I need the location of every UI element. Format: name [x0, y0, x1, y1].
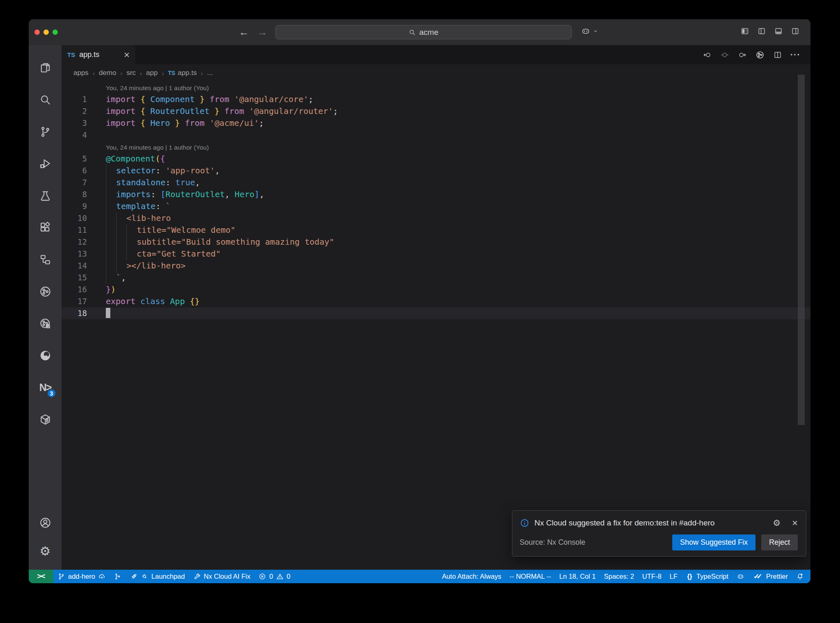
close-tab-icon[interactable]: ×	[124, 50, 130, 60]
indent-guide	[106, 224, 116, 236]
activity-item-testing[interactable]	[29, 180, 62, 211]
breadcrumb-item[interactable]: demo	[99, 69, 116, 77]
activity-item-settings[interactable]: ⚙	[29, 537, 62, 566]
nx-run-button[interactable]	[756, 50, 765, 59]
breadcrumb-item[interactable]: src	[126, 69, 136, 77]
code-lines: You, 24 minutes ago | 1 author (You)1imp…	[62, 82, 810, 319]
notification-settings-icon[interactable]: ⚙	[773, 517, 781, 529]
code-line: 5@Component({	[62, 153, 810, 165]
status-item-git-branch-publish[interactable]: add-hero	[53, 570, 110, 583]
status-item-git-graph[interactable]	[110, 570, 126, 583]
status-bar: >< add-heroLaunchpadNx Cloud AI Fix00 Au…	[29, 570, 810, 583]
activity-item-source-control[interactable]	[29, 116, 62, 148]
activity-item-nx-cloud[interactable]	[29, 307, 62, 339]
plug-icon	[141, 573, 148, 580]
breadcrumb-item[interactable]: TSapp.ts	[168, 69, 196, 77]
indent-guide	[106, 177, 116, 189]
indent-guide	[116, 248, 126, 260]
line-number: 18	[62, 307, 87, 319]
code-line: 13cta="Get Started"	[62, 248, 810, 260]
command-center-search[interactable]: acme	[275, 25, 572, 39]
codelens-text[interactable]: You, 24 minutes ago | 1 author (You)	[106, 141, 810, 153]
status-item-auto-attach[interactable]: Auto Attach: Always	[438, 570, 505, 583]
activity-item-edge-devtools[interactable]	[29, 339, 62, 371]
split-editor-button[interactable]	[773, 50, 782, 59]
status-item-problems[interactable]: 00	[254, 570, 294, 583]
status-item-indentation[interactable]: Spaces: 2	[600, 570, 638, 583]
minimize-window-button[interactable]	[43, 30, 49, 35]
status-item-cursor-position[interactable]: Ln 18, Col 1	[555, 570, 600, 583]
activity-item-containers[interactable]	[29, 403, 62, 435]
indent-guide	[106, 212, 116, 224]
status-item-eol[interactable]: LF	[666, 570, 682, 583]
line-number: 4	[62, 129, 87, 141]
code-line: 15`,	[62, 272, 810, 284]
show-suggested-fix-button[interactable]: Show Suggested Fix	[672, 534, 756, 550]
nav-current-button[interactable]	[720, 50, 729, 59]
close-window-button[interactable]	[34, 30, 40, 35]
chevron-right-icon: ›	[93, 70, 95, 77]
remote-indicator[interactable]: ><	[29, 570, 53, 583]
codelens-text[interactable]: You, 24 minutes ago | 1 author (You)	[106, 82, 810, 93]
toggle-secondary-sidebar-icon[interactable]	[791, 27, 800, 36]
more-actions-button[interactable]: ···	[791, 50, 800, 59]
copilot-icon	[737, 573, 744, 580]
reject-button[interactable]: Reject	[761, 534, 798, 550]
line-number: 10	[62, 212, 87, 224]
breadcrumb-item[interactable]: app	[146, 69, 158, 77]
debug-icon	[39, 157, 52, 170]
code-area[interactable]: You, 24 minutes ago | 1 author (You)1imp…	[62, 82, 810, 570]
go-back-icon[interactable]: ←	[239, 25, 249, 39]
desktop: { "titlebar": { "search_value": "acme", …	[0, 0, 840, 623]
title-bar: ← → acme	[29, 19, 810, 45]
go-forward-icon[interactable]: →	[257, 25, 267, 39]
chevron-right-icon: ›	[162, 70, 164, 77]
cloud-up-icon	[98, 573, 106, 580]
indent-guide	[116, 224, 126, 236]
history-nav: ← →	[239, 25, 267, 39]
line-number: 17	[62, 296, 87, 307]
toggle-panel-icon[interactable]	[774, 27, 783, 36]
activity-item-explorer[interactable]	[29, 52, 62, 84]
customize-layout-icon[interactable]	[740, 27, 749, 36]
status-item-notifications[interactable]	[792, 570, 808, 583]
activity-item-nx[interactable]: N>3	[29, 371, 62, 403]
copilot-menu[interactable]	[581, 26, 599, 36]
tab-app-ts[interactable]: TS app.ts ×	[62, 45, 135, 64]
nav-forward-button[interactable]	[738, 50, 747, 59]
notification-title: Nx Cloud suggested a fix for demo:test i…	[534, 518, 768, 528]
braces-icon: {}	[686, 573, 694, 580]
toggle-primary-sidebar-icon[interactable]	[757, 27, 766, 36]
bell-dot-icon	[796, 573, 804, 580]
activity-item-accounts[interactable]	[29, 508, 62, 537]
account-icon	[39, 516, 52, 529]
status-item-formatter[interactable]: ✓✓Prettier	[749, 570, 792, 583]
code-line: 1import { Component } from '@angular/cor…	[62, 93, 810, 105]
line-number: 15	[62, 272, 87, 284]
nav-back-button[interactable]	[703, 50, 712, 59]
status-item-vim-mode[interactable]: -- NORMAL --	[505, 570, 555, 583]
warning-icon	[276, 573, 284, 580]
code-line: 17export class App {}	[62, 296, 810, 307]
breadcrumb-item[interactable]: apps	[73, 69, 89, 77]
zoom-window-button[interactable]	[52, 30, 58, 35]
activity-item-run-and-debug[interactable]	[29, 148, 62, 180]
editor-cursor	[106, 308, 110, 318]
activity-item-project-hierarchy[interactable]	[29, 243, 62, 275]
activity-item-search[interactable]	[29, 84, 62, 116]
code-line: 4	[62, 129, 810, 141]
git-branch-icon	[57, 573, 65, 580]
nx-circle-icon	[756, 50, 765, 59]
status-item-copilot-status[interactable]	[733, 570, 749, 583]
status-item-encoding[interactable]: UTF-8	[638, 570, 666, 583]
editor-scrollbar[interactable]	[798, 75, 805, 425]
status-item-launchpad[interactable]: Launchpad	[126, 570, 189, 583]
breadcrumb-item[interactable]: ...	[207, 69, 213, 77]
activity-item-extensions[interactable]	[29, 211, 62, 243]
line-number: 11	[62, 224, 87, 236]
notification-source: Source: Nx Console	[520, 538, 672, 547]
activity-item-nx-console[interactable]	[29, 275, 62, 307]
status-item-language-mode[interactable]: {}TypeScript	[682, 570, 733, 583]
notification-close-icon[interactable]: ×	[792, 519, 798, 527]
status-item-nx-cloud-ai-fix[interactable]: Nx Cloud AI Fix	[189, 570, 255, 583]
